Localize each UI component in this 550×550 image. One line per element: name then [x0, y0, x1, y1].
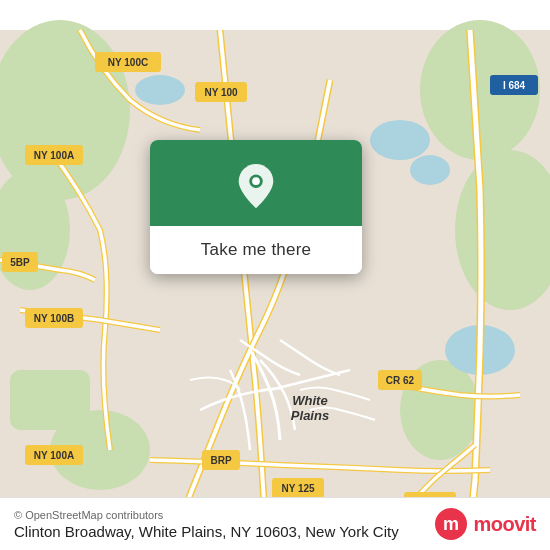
svg-text:NY 100: NY 100 — [204, 87, 238, 98]
svg-text:I 684: I 684 — [503, 80, 526, 91]
svg-point-37 — [252, 177, 260, 185]
moovit-icon: m — [435, 508, 467, 540]
moovit-text: moovit — [473, 513, 536, 536]
svg-text:NY 100A: NY 100A — [34, 150, 74, 161]
svg-text:5BP: 5BP — [10, 257, 30, 268]
moovit-logo[interactable]: m moovit — [435, 508, 536, 540]
address-text: Clinton Broadway, White Plains, NY 10603… — [14, 523, 399, 540]
svg-text:CR 62: CR 62 — [386, 375, 415, 386]
bottom-left: © OpenStreetMap contributors Clinton Bro… — [14, 509, 399, 540]
osm-credit: © OpenStreetMap contributors — [14, 509, 399, 521]
svg-text:m: m — [443, 514, 459, 534]
take-me-there-button[interactable]: Take me there — [150, 226, 362, 274]
map-background: NY 100C NY 100 NY 100A NY 100A 5BP NY 10… — [0, 0, 550, 550]
svg-rect-7 — [10, 370, 90, 430]
svg-text:Plains: Plains — [291, 408, 329, 423]
svg-point-8 — [370, 120, 430, 160]
svg-text:NY 100C: NY 100C — [108, 57, 148, 68]
map-pin-icon — [236, 162, 276, 210]
map-container: NY 100C NY 100 NY 100A NY 100A 5BP NY 10… — [0, 0, 550, 550]
bottom-bar: © OpenStreetMap contributors Clinton Bro… — [0, 497, 550, 550]
svg-text:NY 125: NY 125 — [281, 483, 315, 494]
svg-text:NY 100A: NY 100A — [34, 450, 74, 461]
svg-text:White: White — [292, 393, 327, 408]
svg-text:NY 100B: NY 100B — [34, 313, 74, 324]
popup-card: Take me there — [150, 140, 362, 274]
svg-point-9 — [410, 155, 450, 185]
svg-point-10 — [135, 75, 185, 105]
svg-text:BRP: BRP — [210, 455, 231, 466]
popup-green-area — [150, 140, 362, 226]
